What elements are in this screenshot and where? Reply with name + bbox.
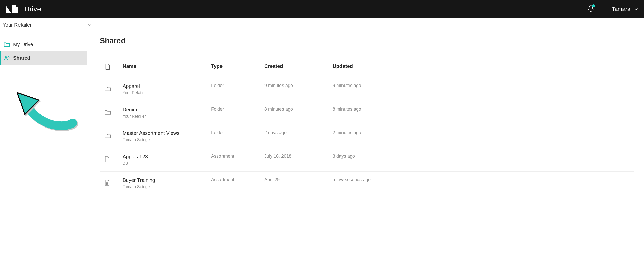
row-created: 9 minutes ago (264, 77, 333, 101)
sidebar-item-label: Shared (13, 55, 30, 61)
page-title: Shared (100, 36, 634, 45)
row-updated: 8 minutes ago (333, 101, 634, 124)
main-content: Shared Name Type Created Updated (87, 32, 644, 195)
row-icon (100, 77, 123, 101)
row-created: 2 days ago (264, 124, 333, 148)
row-name-cell: Buyer TrainingTamara Spiegel (123, 172, 211, 195)
row-created: April 29 (264, 172, 333, 195)
retailer-name: Your Retailer (3, 22, 32, 28)
row-title: Apples 123 (123, 154, 211, 160)
table-row[interactable]: ApparelYour RetailerFolder9 minutes ago9… (100, 77, 634, 101)
table-row[interactable]: DenimYour RetailerFolder8 minutes ago8 m… (100, 101, 634, 124)
row-name-cell: ApparelYour Retailer (123, 77, 211, 101)
row-type: Assortment (211, 172, 264, 195)
svg-rect-3 (16, 5, 18, 7)
row-created: 8 minutes ago (264, 101, 333, 124)
table-row[interactable]: Buyer TrainingTamara SpiegelAssortmentAp… (100, 172, 634, 195)
row-updated: 2 minutes ago (333, 124, 634, 148)
row-name-cell: DenimYour Retailer (123, 101, 211, 124)
topbar-divider (603, 3, 603, 15)
row-updated: 3 days ago (333, 148, 634, 172)
row-type: Folder (211, 124, 264, 148)
column-header-icon (100, 59, 123, 77)
row-title: Buyer Training (123, 177, 211, 183)
row-subtitle: Tamara Spiegel (123, 185, 211, 189)
row-icon (100, 172, 123, 195)
row-title: Denim (123, 107, 211, 113)
row-updated: a few seconds ago (333, 172, 634, 195)
row-name-cell: Master Assortment ViewsTamara Spiegel (123, 124, 211, 148)
table-row[interactable]: Apples 123BBAssortmentJuly 16, 20183 day… (100, 148, 634, 172)
retailer-bar: Your Retailer (0, 18, 644, 32)
row-name-cell: Apples 123BB (123, 148, 211, 172)
app-title: Drive (24, 5, 41, 13)
document-icon (104, 156, 110, 162)
row-icon (100, 148, 123, 172)
column-header-created[interactable]: Created (264, 59, 333, 77)
folder-icon (104, 133, 111, 138)
row-subtitle: Your Retailer (123, 114, 211, 119)
sidebar: My Drive Shared (0, 32, 87, 195)
folder-icon (104, 86, 111, 91)
chevron-down-icon (634, 7, 638, 11)
table-row[interactable]: Master Assortment ViewsTamara SpiegelFol… (100, 124, 634, 148)
brand-logo (6, 4, 18, 14)
items-table: Name Type Created Updated ApparelYour Re… (100, 59, 634, 195)
column-header-name[interactable]: Name (123, 59, 211, 77)
notification-dot (592, 4, 595, 7)
chevron-down-icon (87, 23, 92, 27)
svg-marker-6 (17, 93, 39, 114)
row-updated: 9 minutes ago (333, 77, 634, 101)
shared-icon (4, 55, 10, 61)
table-header-row: Name Type Created Updated (100, 59, 634, 77)
row-type: Assortment (211, 148, 264, 172)
row-title: Apparel (123, 83, 211, 89)
topbar: Drive Tamara (0, 0, 644, 18)
user-name: Tamara (612, 6, 630, 12)
notifications-button[interactable] (587, 5, 594, 14)
annotation-arrow (15, 90, 78, 136)
row-subtitle: Your Retailer (123, 91, 211, 95)
sidebar-item-shared[interactable]: Shared (0, 51, 87, 65)
svg-point-5 (8, 57, 9, 58)
row-type: Folder (211, 77, 264, 101)
row-icon (100, 124, 123, 148)
row-created: July 16, 2018 (264, 148, 333, 172)
row-subtitle: Tamara Spiegel (123, 138, 211, 142)
row-title: Master Assortment Views (123, 130, 211, 136)
user-menu[interactable]: Tamara (612, 6, 638, 12)
svg-point-4 (5, 56, 7, 58)
row-subtitle: BB (123, 161, 211, 166)
row-icon (100, 101, 123, 124)
retailer-select[interactable]: Your Retailer (3, 22, 92, 28)
column-header-updated[interactable]: Updated (333, 59, 634, 77)
document-icon (104, 179, 110, 186)
document-icon (105, 63, 110, 70)
column-header-type[interactable]: Type (211, 59, 264, 77)
sidebar-item-my-drive[interactable]: My Drive (0, 37, 87, 51)
folder-icon (104, 109, 111, 115)
folder-icon (4, 41, 10, 47)
row-type: Folder (211, 101, 264, 124)
sidebar-item-label: My Drive (13, 41, 33, 47)
